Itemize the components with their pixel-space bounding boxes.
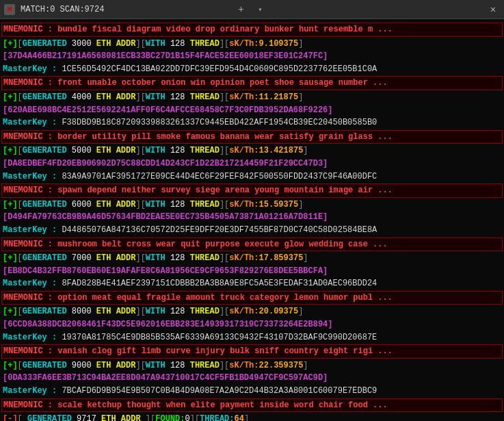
masterkey-label: MasterKey : [3,225,62,235]
threads: 128 [170,39,190,49]
generated-label: GENERATED [23,307,67,316]
thread-label: THREAD [190,361,220,370]
terminal-line: [EB8DC4B32FFB8760EB60E19AFAFE8C6A81956CE… [1,265,503,278]
bottom-generated: GENERATED [27,414,72,421]
threads: 128 [170,361,190,370]
terminal-line: MNEMONIC : front unable october onion wi… [1,76,503,90]
thread-label: THREAD [190,39,220,49]
terminal-line: [+][GENERATED 5000 ETH ADDR][WITH 128 TH… [1,144,503,157]
terminal-line: MasterKey : 83A9A9701AF3951727E09CE44D4E… [1,170,503,183]
hash-value: [DA8EDBEF4FD20EB906902D75C88CDD14D243CF1… [3,159,328,168]
mnemonic-keyword: MNEMONIC : mushroom belt cross wear quit… [3,240,388,249]
bottom-thread-value: 64 [235,414,244,421]
plus-bracket: [+] [3,146,18,155]
mnemonic-keyword: MNEMONIC : scale ketchup thought when el… [3,400,388,410]
terminal-line: MNEMONIC : vanish clog gift limb curve i… [1,344,503,359]
skth-value: 20.09375 [259,307,299,316]
terminal-output: MNEMONIC : bundle fiscal diagram video d… [0,19,504,421]
terminal-line: [D494FA79763CB9B9A46D57634FBD2EAE5E0EC73… [1,211,503,224]
generated-label: GENERATED [23,92,67,102]
with-label: WITH [146,39,170,49]
terminal-line: [+][GENERATED 4000 ETH ADDR][WITH 128 TH… [1,91,503,104]
dropdown-button[interactable]: ▾ [254,3,267,16]
thread-label: THREAD [190,253,220,263]
terminal-line: MasterKey : D44865076A847136C70572D25FE9… [1,224,503,237]
unit: ETH ADDR [96,253,136,263]
skth-label: sK/Th: [229,200,258,209]
mnemonic-keyword: MNEMONIC : border utility pill smoke fam… [3,132,393,142]
masterkey-value: 1CE56D5492CF4DC13BA022DD7DFC39EFD954D4C0… [62,64,377,74]
masterkey-value: 19370A81785C4E9DB85B535AF6339A69133C9432… [62,333,377,342]
terminal-line: MNEMONIC : option meat equal fragile amo… [1,291,503,305]
skth-label: sK/Th: [229,92,258,102]
thread-label: THREAD [190,307,220,316]
skth-label: sK/Th: [229,361,258,370]
unit: ETH ADDR [96,39,136,49]
with-label: WITH [146,253,170,263]
terminal-line: [37D4A466B217191A6568081ECB33BC27D1B15F4… [1,50,503,63]
unit: ETH ADDR [96,146,136,155]
threads: 128 [170,200,190,209]
amount: 6000 [67,200,96,209]
bottom-bracket-minus: [-] [3,414,18,421]
threads: 128 [170,253,190,263]
bottom-found-label: FOUND: [155,414,185,421]
terminal-line: [+][GENERATED 9000 ETH ADDR][WITH 128 TH… [1,359,503,372]
plus-bracket: [+] [3,307,18,316]
masterkey-value: D44865076A847136C70572D25FE9DFF20E3DF745… [62,225,377,235]
threads: 128 [170,307,190,316]
hash-value: [37D4A466B217191A6568081ECB33BC27D1B15F4… [3,51,328,61]
bottom-count: 9717 [72,414,101,421]
bottom-unit: ETH ADDR [101,414,141,421]
amount: 5000 [67,146,96,155]
thread-label: THREAD [190,92,220,102]
masterkey-value: 8FAD828B4E41AEF2397151CDBBB2BA3B8A9E8FC5… [62,279,377,288]
skth-value: 9.109375 [259,39,299,49]
hash-value: [D494FA79763CB9B9A46D57634FBD2EAE5E0EC73… [3,212,328,222]
generated-label: GENERATED [23,146,67,155]
close-button[interactable]: ✕ [486,3,500,16]
title-bar: M MATCH:0 SCAN:9724 + ▾ ✕ [0,0,504,19]
masterkey-label: MasterKey : [3,118,62,127]
skth-label: sK/Th: [229,253,258,263]
terminal-line: [620ABE698BC4E2512E5692241AFF0F6C4AFCCE6… [1,104,503,117]
terminal-line: [-][ GENERATED 9717 ETH ADDR ][FOUND:0][… [1,413,503,421]
with-label: WITH [146,200,170,209]
terminal-line: [0DA333FA6EE3B713C94BA2EE8D047A943710017… [1,372,503,385]
skth-value: 11.21875 [259,92,299,102]
new-tab-button[interactable]: + [235,3,248,16]
hash-value: [620ABE698BC4E2512E5692241AFF0F6C4AFCCE6… [3,105,332,115]
hash-value: [EB8DC4B32FFB8760EB60E19AFAFE8C6A81956CE… [3,266,328,276]
app-icon: M [4,4,15,15]
masterkey-label: MasterKey : [3,279,62,288]
terminal-line: [+][GENERATED 8000 ETH ADDR][WITH 128 TH… [1,305,503,318]
mnemonic-keyword: MNEMONIC : front unable october onion wi… [3,78,388,88]
terminal-line: MasterKey : F38DBD9B18C87209339883261337… [1,116,503,129]
generated-label: GENERATED [23,200,67,209]
with-label: WITH [146,92,170,102]
skth-label: sK/Th: [229,39,258,49]
mnemonic-keyword: MNEMONIC : vanish clog gift limb curve i… [3,346,393,356]
masterkey-value: F38DBD9B18C87209339883261337C9445EBD422A… [62,118,377,127]
skth-value: 22.359375 [259,361,304,370]
thread-label: THREAD [190,200,220,209]
threads: 128 [170,92,190,102]
amount: 4000 [67,92,96,102]
hash-value: [6CCD8A388DCB2068461F43DC5E962016EBB283E… [3,320,332,329]
masterkey-label: MasterKey : [3,333,62,342]
unit: ETH ADDR [96,200,136,209]
skth-value: 15.59375 [259,200,299,209]
masterkey-label: MasterKey : [3,64,62,74]
bottom-thread-label: THREAD: [200,414,234,421]
mnemonic-keyword: MNEMONIC : option meat equal fragile amo… [3,293,393,303]
plus-bracket: [+] [3,361,18,370]
terminal-line: [+][GENERATED 7000 ETH ADDR][WITH 128 TH… [1,252,503,265]
masterkey-value: 7BCAFD6D9B954E9B507C0B4B4D9A08E7A2A9C2D4… [62,386,377,396]
skth-label: sK/Th: [229,307,258,316]
with-label: WITH [146,361,170,370]
bottom-found-value: 0 [185,414,189,421]
unit: ETH ADDR [96,361,136,370]
amount: 3000 [67,39,96,49]
terminal-line: [+][GENERATED 6000 ETH ADDR][WITH 128 TH… [1,199,503,212]
terminal-line: MNEMONIC : scale ketchup thought when el… [1,398,503,413]
